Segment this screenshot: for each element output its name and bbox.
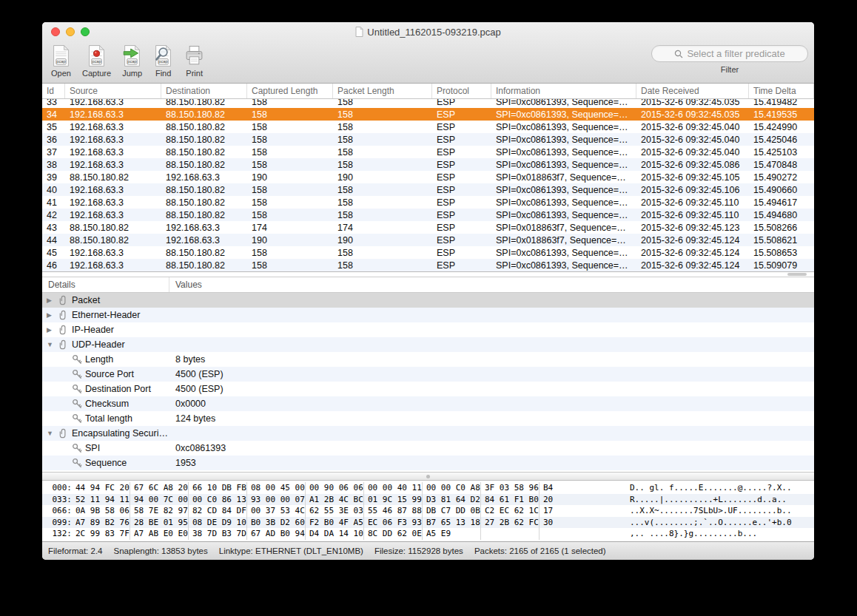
detail-row[interactable]: Source Port4500 (ESP) xyxy=(42,367,814,382)
packet-cell-id: 37 xyxy=(42,147,65,158)
packet-cell-id: 44 xyxy=(42,235,65,246)
column-header-date_received[interactable]: Date Received xyxy=(636,84,749,98)
packet-cell-source: 192.168.63.3 xyxy=(65,210,161,220)
key-icon xyxy=(72,413,82,424)
packet-cell-date_received: 2015-32-6 09:32:45.124 xyxy=(636,235,749,246)
packet-cell-time_delta: 15.419535 xyxy=(749,109,814,120)
detail-value: 8 bytes xyxy=(169,354,205,365)
hex-byte-group: 20 xyxy=(540,494,565,506)
disclosure-expanded-icon[interactable]: ▼ xyxy=(47,430,58,437)
packet-row[interactable]: 42192.168.63.388.150.180.82158158ESPSPI=… xyxy=(42,209,814,221)
packet-row[interactable]: 33192.168.63.388.150.180.82158158ESPSPI=… xyxy=(42,99,814,108)
hex-byte-group xyxy=(481,528,540,540)
minimize-window-button[interactable] xyxy=(66,27,75,36)
packet-row[interactable]: 38192.168.63.388.150.180.82158158ESPSPI=… xyxy=(42,158,814,171)
packet-row[interactable]: 3988.150.180.82192.168.63.3190190ESPSPI=… xyxy=(42,171,814,183)
hex-line[interactable]: 000:44 94 FC 2067 6C A8 2066 10 DB FB08 … xyxy=(42,482,814,494)
column-header-packet_length[interactable]: Packet Length xyxy=(333,84,432,98)
capture-button[interactable]: pcap Capture xyxy=(82,44,111,78)
zoom-window-button[interactable] xyxy=(81,27,90,36)
column-header-time_delta[interactable]: Time Delta xyxy=(749,84,814,98)
detail-row[interactable]: Destination Port4500 (ESP) xyxy=(42,382,814,396)
disclosure-collapsed-icon[interactable]: ▶ xyxy=(47,326,58,334)
detail-row[interactable]: ▼UDP-Header xyxy=(42,337,814,352)
packet-row[interactable]: 35192.168.63.388.150.180.82158158ESPSPI=… xyxy=(42,121,814,133)
packet-cell-source: 192.168.63.3 xyxy=(65,99,161,107)
packet-row[interactable]: 37192.168.63.388.150.180.82158158ESPSPI=… xyxy=(42,146,814,158)
hex-byte-group: 38 7D B3 7D xyxy=(189,528,247,540)
packet-cell-information: SPI=0xc0861393, Sequence=… xyxy=(491,210,636,220)
detail-row[interactable]: Checksum0x0000 xyxy=(42,396,814,411)
packet-cell-time_delta: 15.424990 xyxy=(749,122,814,132)
detail-row[interactable]: ▶Packet xyxy=(42,293,814,308)
packet-cell-destination: 88.150.180.82 xyxy=(161,248,247,258)
hex-byte-group: A1 2B 4C BC xyxy=(306,494,364,506)
packet-cell-time_delta: 15.425103 xyxy=(749,147,814,158)
hex-byte-group: 67 AD B0 94 xyxy=(247,528,306,540)
packet-row[interactable]: 34192.168.63.388.150.180.82158158ESPSPI=… xyxy=(42,108,814,121)
packet-row[interactable]: 4488.150.180.82192.168.63.3190190ESPSPI=… xyxy=(42,234,814,246)
hex-line[interactable]: 066:0A 9B 58 0658 7E 82 9782 CD 84 DF00 … xyxy=(42,505,814,517)
packet-cell-packet_length: 158 xyxy=(333,135,432,145)
close-window-button[interactable] xyxy=(51,27,60,36)
jump-button[interactable]: pcap Jump xyxy=(122,44,142,78)
details-column-header[interactable]: Details xyxy=(42,277,169,292)
hex-line[interactable]: 033:52 11 94 1194 00 7C 0000 C0 86 1393 … xyxy=(42,494,814,506)
hex-line[interactable]: 099:A7 89 B2 7628 BE 01 9508 DE D9 10B0 … xyxy=(42,517,814,529)
scrollbar-thumb[interactable] xyxy=(787,273,807,276)
packet-cell-date_received: 2015-32-6 09:32:45.035 xyxy=(636,109,749,120)
values-column-header[interactable]: Values xyxy=(169,277,202,292)
detail-row[interactable]: Sequence1953 xyxy=(42,456,814,470)
packet-cell-destination: 192.168.63.3 xyxy=(161,172,247,183)
disclosure-collapsed-icon[interactable]: ▶ xyxy=(47,297,58,304)
hex-offset: 000: xyxy=(42,482,72,494)
packet-cell-date_received: 2015-32-6 09:32:45.123 xyxy=(636,223,749,233)
hex-byte-group: 66 10 DB FB xyxy=(189,482,247,494)
key-icon xyxy=(72,458,82,468)
packet-cell-date_received: 2015-32-6 09:32:45.040 xyxy=(636,135,749,145)
packet-cell-captured_length: 158 xyxy=(247,210,333,220)
detail-row[interactable]: Length8 bytes xyxy=(42,352,814,367)
packet-row[interactable]: 4388.150.180.82192.168.63.3174174ESPSPI=… xyxy=(42,221,814,234)
hex-byte-group: 17 xyxy=(540,505,565,517)
hex-line[interactable]: 132:2C 99 83 7FA7 AB E0 E038 7D B3 7D67 … xyxy=(42,528,814,540)
detail-label: Checksum xyxy=(85,399,129,409)
packet-cell-captured_length: 190 xyxy=(247,172,333,183)
detail-row[interactable]: ▼Encapsulating Securi… xyxy=(42,426,814,441)
hex-byte-group: F2 B0 4F A5 xyxy=(306,517,364,529)
packet-cell-captured_length: 174 xyxy=(247,223,333,233)
find-button[interactable]: pcap Find xyxy=(153,44,173,78)
packet-row[interactable]: 45192.168.63.388.150.180.82158158ESPSPI=… xyxy=(42,246,814,259)
column-header-protocol[interactable]: Protocol xyxy=(432,84,491,98)
detail-row[interactable]: Total length124 bytes xyxy=(42,411,814,426)
print-button[interactable]: Print xyxy=(184,44,204,78)
column-header-id[interactable]: Id xyxy=(42,84,65,98)
packet-row[interactable]: 36192.168.63.388.150.180.82158158ESPSPI=… xyxy=(42,133,814,146)
table-scrollbar-strip[interactable] xyxy=(42,272,814,277)
hex-byte-group: 08 DE D9 10 xyxy=(189,517,247,529)
open-button[interactable]: pcap Open xyxy=(51,44,71,78)
packet-row[interactable]: 41192.168.63.388.150.180.82158158ESPSPI=… xyxy=(42,196,814,209)
detail-row[interactable]: SPI0xc0861393 xyxy=(42,441,814,456)
packet-row[interactable]: 40192.168.63.388.150.180.82158158ESPSPI=… xyxy=(42,183,814,196)
column-header-destination[interactable]: Destination xyxy=(161,84,247,98)
packet-cell-id: 38 xyxy=(42,160,65,170)
splitter-handle[interactable] xyxy=(42,472,814,481)
detail-row[interactable]: ▶Ethernet-Header xyxy=(42,308,814,322)
packet-cell-date_received: 2015-32-6 09:32:45.035 xyxy=(636,99,749,107)
packet-row[interactable]: 46192.168.63.388.150.180.82158158ESPSPI=… xyxy=(42,259,814,271)
filter-predicate-field[interactable]: Select a filter predicate xyxy=(651,45,808,62)
svg-text:pcap: pcap xyxy=(92,59,101,64)
packet-cell-captured_length: 158 xyxy=(247,99,333,107)
column-header-captured_length[interactable]: Captured Length xyxy=(247,84,333,98)
disclosure-expanded-icon[interactable]: ▼ xyxy=(47,341,58,348)
column-header-source[interactable]: Source xyxy=(65,84,161,98)
packet-cell-information: SPI=0xc0861393, Sequence=… xyxy=(491,147,636,158)
detail-row[interactable]: ▶IP-Header xyxy=(42,322,814,337)
column-header-information[interactable]: Information xyxy=(491,84,636,98)
disclosure-collapsed-icon[interactable]: ▶ xyxy=(47,311,58,319)
hex-byte-group: 2C 99 83 7F xyxy=(72,528,130,540)
title-bar[interactable]: Untitled_1162015-093219.pcap xyxy=(42,22,814,41)
packet-cell-source: 192.168.63.3 xyxy=(65,160,161,170)
packet-cell-destination: 88.150.180.82 xyxy=(161,210,247,220)
